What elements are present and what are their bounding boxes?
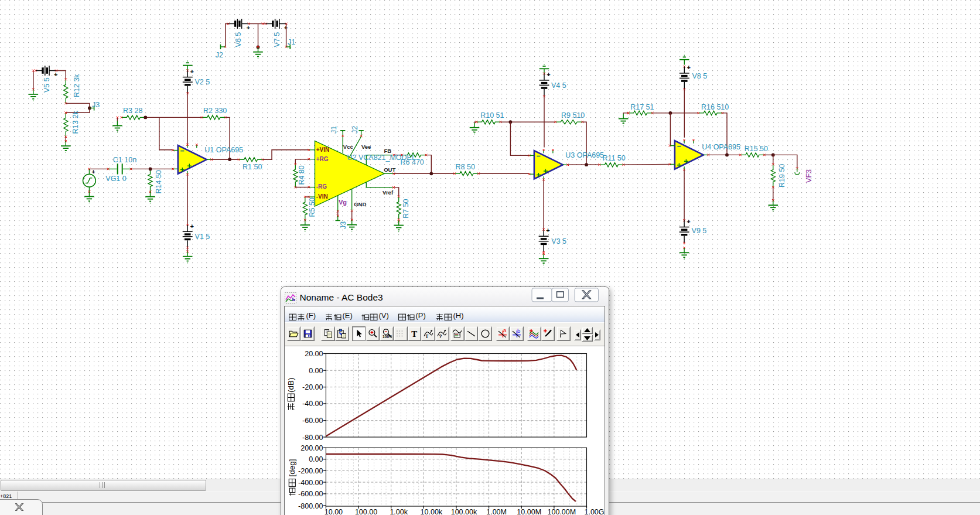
svg-text:-200.00: -200.00 — [298, 466, 323, 475]
svg-text:T: T — [425, 334, 428, 339]
svg-text:-60.00: -60.00 — [302, 417, 323, 425]
svg-text:U1 OPA695: U1 OPA695 — [204, 146, 243, 154]
svg-text:J2: J2 — [351, 126, 359, 134]
svg-text:U2 VCA821_MODEL: U2 VCA821_MODEL — [347, 154, 416, 162]
svg-text:V2 5: V2 5 — [195, 78, 210, 86]
svg-text:Vref: Vref — [383, 189, 394, 196]
svg-text:T: T — [411, 329, 417, 339]
svg-text:R9 510: R9 510 — [561, 111, 585, 120]
svg-text:V5 5: V5 5 — [43, 77, 51, 93]
svg-text:VF3: VF3 — [805, 169, 813, 183]
svg-text:R4 80: R4 80 — [298, 165, 306, 185]
svg-text:C1 10n: C1 10n — [113, 156, 136, 164]
svg-text:-600.00: -600.00 — [298, 490, 323, 498]
svg-text:+: + — [547, 71, 550, 78]
svg-text:[deg]: [deg] — [287, 459, 296, 476]
svg-text:-80.00: -80.00 — [302, 433, 323, 441]
svg-text:R2 330: R2 330 — [203, 107, 227, 115]
svg-text:R15 50: R15 50 — [745, 145, 768, 153]
svg-text:10.00k: 10.00k — [420, 508, 442, 515]
svg-text:10.00: 10.00 — [324, 508, 342, 515]
svg-text:+VIN: +VIN — [316, 146, 330, 153]
svg-text:R1 50: R1 50 — [243, 163, 262, 171]
svg-text:J3: J3 — [339, 221, 347, 229]
svg-text:U3 OPA695: U3 OPA695 — [565, 151, 604, 159]
svg-text:+: + — [247, 24, 250, 31]
svg-text:R10 51: R10 51 — [480, 111, 504, 120]
svg-text:R8 50: R8 50 — [456, 163, 475, 171]
svg-text:200.00: 200.00 — [301, 444, 323, 452]
svg-text:0.00: 0.00 — [309, 455, 323, 463]
svg-text:(dB): (dB) — [286, 377, 295, 393]
svg-text:VG1 0: VG1 0 — [105, 175, 126, 183]
svg-text:J2: J2 — [216, 51, 223, 59]
svg-text:+: + — [54, 71, 57, 78]
svg-text:+: + — [546, 227, 549, 234]
svg-text:R17 51: R17 51 — [630, 103, 654, 111]
svg-text:+RG: +RG — [316, 156, 329, 162]
svg-text:GND: GND — [354, 201, 366, 207]
svg-text:1.00M: 1.00M — [486, 508, 507, 515]
svg-text:J3: J3 — [92, 101, 100, 109]
svg-text:b: b — [517, 329, 520, 334]
svg-text:-VIN: -VIN — [316, 193, 328, 200]
svg-text:Vg: Vg — [339, 199, 347, 206]
svg-text:+: + — [92, 169, 95, 175]
svg-text:V4 5: V4 5 — [551, 81, 566, 90]
svg-text:-800.00: -800.00 — [298, 502, 323, 510]
svg-text:-40.00: -40.00 — [302, 400, 323, 408]
svg-text:J1: J1 — [288, 38, 295, 46]
svg-text:10.00M: 10.00M — [517, 508, 541, 515]
svg-text:R11 50: R11 50 — [602, 154, 625, 162]
svg-text:Vee: Vee — [361, 144, 371, 150]
svg-text:R7 50: R7 50 — [402, 199, 410, 218]
svg-text:+: + — [687, 64, 691, 71]
svg-text:R19 50: R19 50 — [778, 164, 786, 187]
svg-text:V3 5: V3 5 — [551, 237, 566, 245]
svg-text:R13 2k: R13 2k — [71, 110, 80, 134]
svg-text:R16 510: R16 510 — [701, 103, 729, 111]
svg-text:20.00: 20.00 — [305, 350, 323, 358]
svg-text:R5 50: R5 50 — [308, 197, 316, 217]
svg-text:R14 50: R14 50 — [155, 170, 163, 193]
svg-text:V1 5: V1 5 — [195, 233, 210, 241]
svg-text:V9 5: V9 5 — [692, 227, 707, 235]
svg-text:1.00G: 1.00G — [584, 508, 604, 515]
svg-text:-400.00: -400.00 — [298, 478, 323, 486]
svg-text:+: + — [687, 218, 690, 225]
svg-text:Vcc: Vcc — [343, 144, 353, 150]
svg-text:V7 5: V7 5 — [273, 32, 281, 47]
svg-text:100.00k: 100.00k — [450, 508, 477, 515]
svg-text:-20.00: -20.00 — [302, 383, 323, 391]
svg-text:1.00k: 1.00k — [390, 508, 408, 515]
svg-text:0.00: 0.00 — [309, 366, 323, 374]
svg-text:J1: J1 — [330, 126, 338, 134]
svg-text:100%: 100% — [383, 335, 392, 339]
svg-text:U4 OPA695: U4 OPA695 — [702, 143, 740, 151]
svg-text:a: a — [503, 329, 507, 333]
svg-text:100.00M: 100.00M — [547, 508, 576, 515]
svg-text:?: ? — [439, 333, 442, 339]
svg-text:-RG: -RG — [316, 183, 327, 190]
svg-text:100.00: 100.00 — [354, 508, 377, 515]
svg-text:+: + — [190, 68, 194, 75]
svg-text:R3 28: R3 28 — [123, 107, 142, 115]
svg-text:OUT: OUT — [384, 166, 395, 173]
svg-text:R12 3k: R12 3k — [73, 74, 81, 97]
svg-text:+: + — [190, 223, 193, 230]
svg-text:V6 5: V6 5 — [234, 32, 243, 47]
svg-text:V8 5: V8 5 — [692, 72, 707, 80]
